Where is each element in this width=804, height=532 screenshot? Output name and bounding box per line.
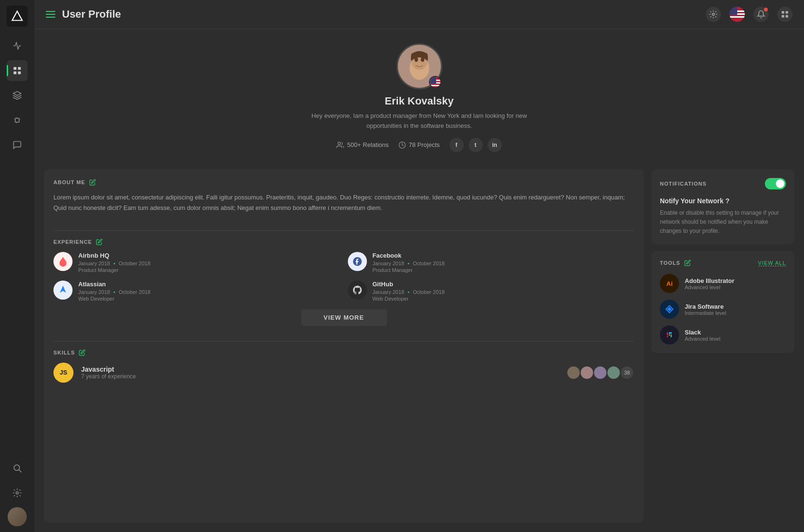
- page-title: User Profile: [62, 8, 706, 21]
- svg-rect-20: [782, 11, 784, 13]
- slack-level: Advanced level: [685, 336, 786, 342]
- experience-header: EXPERIENCE: [53, 239, 634, 245]
- ai-name: Adobe Illustrator: [685, 277, 786, 284]
- tool-item-slack: Slack Advanced level: [660, 325, 786, 344]
- settings-icon[interactable]: [706, 7, 721, 22]
- svg-rect-17: [730, 16, 745, 18]
- svg-marker-0: [12, 11, 22, 21]
- atlassian-dates: January 2018 • October 2018: [78, 289, 340, 295]
- svg-rect-32: [430, 85, 441, 86]
- svg-rect-23: [786, 15, 788, 18]
- twitter-button[interactable]: t: [469, 138, 483, 152]
- sidebar-item-3d[interactable]: [7, 85, 28, 106]
- svg-rect-1: [14, 67, 17, 70]
- skills-header: SKILLS: [53, 349, 634, 356]
- exp-item-facebook: Facebook January 2018 • October 2018 Pro…: [348, 252, 635, 273]
- skill-name-js: Javascript: [81, 365, 559, 373]
- svg-rect-43: [669, 334, 670, 336]
- avatar-wrapper: [397, 43, 442, 89]
- notifications-header: NOTIFICATIONS: [660, 178, 786, 189]
- github-logo: [348, 281, 367, 300]
- svg-point-13: [712, 13, 715, 16]
- menu-icon[interactable]: [46, 11, 55, 18]
- edit-icon-about[interactable]: [89, 179, 96, 186]
- svg-point-12: [16, 492, 19, 494]
- profile-stats: 500+ Relations 78 Projects f t in: [336, 138, 501, 152]
- profile-name: Erik Kovalsky: [385, 95, 453, 107]
- jira-name: Jira Software: [685, 303, 786, 310]
- facebook-info: Facebook January 2018 • October 2018 Pro…: [373, 252, 635, 273]
- flag-icon[interactable]: [730, 7, 745, 22]
- social-icons: f t in: [449, 138, 502, 152]
- grid-icon[interactable]: [777, 7, 793, 22]
- svg-rect-39: [667, 333, 668, 335]
- ai-level: Advanced level: [685, 284, 786, 290]
- facebook-role: Product Manager: [373, 267, 635, 273]
- github-name: GitHub: [373, 281, 635, 288]
- atlassian-info: Atlassian January 2018 • October 2018 We…: [78, 281, 340, 302]
- ai-info: Adobe Illustrator Advanced level: [685, 277, 786, 290]
- svg-rect-5: [15, 118, 19, 122]
- sidebar-item-settings[interactable]: [7, 482, 28, 503]
- about-me-label: ABOUT ME: [53, 179, 85, 185]
- exp-item-github: GitHub January 2018 • October 2018 Web D…: [348, 281, 635, 302]
- tools-card: TOOLS VIEW ALL Ai Adobe Illustrator Adva…: [651, 251, 794, 353]
- atlassian-logo: [53, 281, 73, 300]
- airbnb-logo: [53, 252, 73, 271]
- sidebar-item-chat[interactable]: [7, 135, 28, 156]
- view-all-tools-button[interactable]: VIEW ALL: [758, 260, 786, 266]
- atlassian-role: Web Developer: [78, 296, 340, 302]
- about-text: Lorem ipsum dolor sit amet, consectetur …: [53, 192, 634, 213]
- svg-rect-33: [430, 77, 436, 83]
- svg-line-11: [19, 470, 21, 472]
- tools-header: TOOLS VIEW ALL: [660, 260, 786, 266]
- tool-item-ai: Ai Adobe Illustrator Advanced level: [660, 274, 786, 293]
- sidebar-item-chip[interactable]: [7, 110, 28, 131]
- relations-stat: 500+ Relations: [336, 141, 388, 149]
- app-logo[interactable]: [7, 6, 28, 27]
- user-avatar-sidebar[interactable]: [8, 507, 27, 526]
- edit-icon-skills[interactable]: [79, 349, 85, 356]
- divider-1: [53, 230, 634, 231]
- exp-item-atlassian: Atlassian January 2018 • October 2018 We…: [53, 281, 340, 302]
- header: User Profile: [34, 0, 804, 29]
- svg-rect-6: [14, 119, 15, 120]
- facebook-dates: January 2018 • October 2018: [373, 261, 635, 266]
- slack-info: Slack Advanced level: [685, 329, 786, 342]
- github-role: Web Developer: [373, 296, 635, 302]
- notification-icon[interactable]: [753, 7, 769, 22]
- jira-logo: [660, 300, 679, 319]
- sidebar-item-activity[interactable]: [7, 35, 28, 56]
- skill-endorsers-js: 38: [566, 365, 634, 380]
- endorser-4: [606, 365, 621, 380]
- main-content: User Profile: [34, 0, 804, 532]
- divider-2: [53, 341, 634, 342]
- content-grid: ABOUT ME Lorem ipsum dolor sit amet, con…: [34, 169, 804, 532]
- experience-grid: Airbnb HQ January 2018 • October 2018 Pr…: [53, 252, 634, 302]
- svg-rect-3: [14, 72, 17, 74]
- about-me-header: ABOUT ME: [53, 179, 634, 186]
- slack-name: Slack: [685, 329, 786, 336]
- sidebar-item-search[interactable]: [7, 458, 28, 479]
- tools-title: TOOLS: [660, 260, 691, 266]
- endorser-1: [566, 365, 581, 380]
- notification-dot: [764, 8, 768, 11]
- svg-point-35: [338, 142, 341, 145]
- linkedin-button[interactable]: in: [488, 138, 502, 152]
- svg-rect-9: [16, 122, 17, 124]
- svg-rect-42: [670, 334, 672, 337]
- endorser-count: 38: [620, 365, 634, 380]
- exp-item-airbnb: Airbnb HQ January 2018 • October 2018 Pr…: [53, 252, 340, 273]
- notifications-toggle[interactable]: [765, 178, 786, 189]
- tool-item-jira: Jira Software Intermediate level: [660, 300, 786, 319]
- airbnb-info: Airbnb HQ January 2018 • October 2018 Pr…: [78, 252, 340, 273]
- skill-exp-js: 7 years of experience: [81, 373, 559, 380]
- edit-icon-experience[interactable]: [96, 239, 103, 245]
- sidebar-item-dashboard[interactable]: [7, 60, 28, 81]
- svg-rect-8: [16, 117, 17, 118]
- facebook-button[interactable]: f: [449, 138, 464, 152]
- svg-rect-22: [782, 15, 784, 18]
- github-dates: January 2018 • October 2018: [373, 289, 635, 295]
- airbnb-name: Airbnb HQ: [78, 252, 340, 259]
- view-more-button[interactable]: VIEW MORE: [301, 309, 387, 326]
